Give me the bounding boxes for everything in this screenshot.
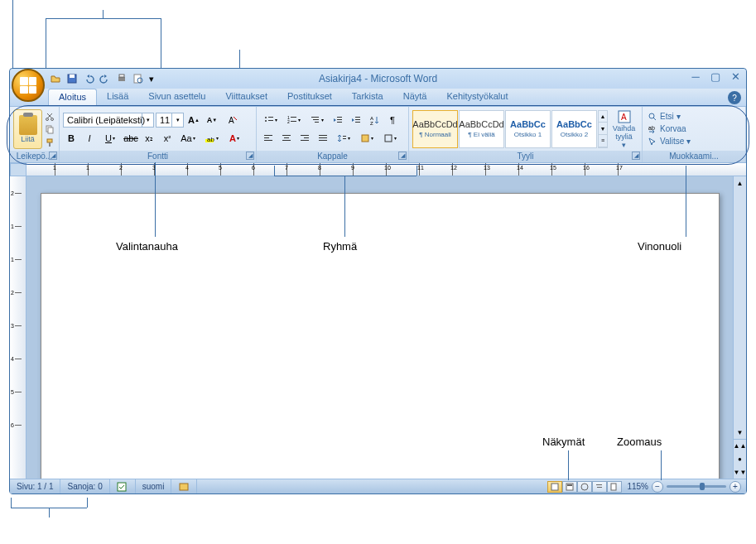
find-button[interactable]: Etsi ▾ [646,111,692,123]
office-logo-icon [20,77,36,94]
strikethrough-button[interactable]: abc [123,130,139,147]
scroll-track[interactable] [734,190,746,426]
font-size-combo[interactable]: 11▾ [156,113,184,128]
svg-rect-61 [597,487,602,488]
change-case-button[interactable]: Aa▾ [177,130,199,147]
ruler-corner[interactable] [10,163,26,176]
style-scroll-down[interactable]: ▼ [599,123,607,135]
tab-review[interactable]: Tarkista [342,89,393,106]
font-color-button[interactable]: A▾ [224,130,245,147]
select-button[interactable]: Valitse ▾ [646,136,692,147]
tab-view[interactable]: Näytä [393,89,437,106]
style-heading2[interactable]: AaBbCcOtsikko 2 [551,110,597,148]
multilevel-button[interactable]: ▾ [306,112,328,128]
svg-rect-22 [291,121,296,122]
view-web-layout[interactable] [577,481,592,493]
shading-button[interactable]: ▾ [356,130,378,147]
view-print-layout[interactable] [547,481,562,493]
subscript-button[interactable]: x₂ [141,130,157,147]
style-scroll-up[interactable]: ▲ [599,111,607,123]
titlebar: ▾ Asiakirja4 - Microsoft Word ─ ▢ ✕ [10,69,746,89]
replace-button[interactable]: abKorvaa [646,123,692,135]
style-no-spacing[interactable]: AaBbCcDd¶ Ei väliä [459,110,504,148]
svg-point-17 [265,120,267,122]
cut-icon[interactable] [44,110,55,122]
status-words[interactable]: Sanoja: 0 [60,479,109,493]
bullets-button[interactable]: ▾ [260,112,282,128]
status-proof[interactable] [110,479,136,493]
justify-button[interactable] [315,130,331,147]
align-left-button[interactable] [260,130,277,147]
scroll-down-button[interactable]: ▼ [734,426,746,439]
decrease-indent-button[interactable] [330,112,346,128]
grow-font-icon[interactable]: A▲ [185,112,202,128]
save-icon[interactable] [65,71,79,86]
svg-rect-9 [48,128,53,133]
clear-formatting-icon[interactable]: A [222,112,243,128]
view-outline[interactable] [592,481,607,493]
underline-button[interactable]: U▾ [99,130,121,147]
shrink-font-icon[interactable]: A▼ [204,112,220,128]
view-full-screen[interactable] [562,481,577,493]
superscript-button[interactable]: x² [159,130,176,147]
office-button[interactable] [12,69,45,102]
qat-dropdown-icon[interactable]: ▾ [147,71,156,86]
font-name-combo[interactable]: Calibri (Leipäteksti)▾ [63,113,154,128]
open-icon[interactable] [48,71,63,86]
change-styles-button[interactable]: A Vaihda tyyliä ▾ [609,109,638,149]
tab-mailings[interactable]: Postitukset [277,89,342,106]
align-right-button[interactable] [296,130,313,147]
view-draft[interactable] [607,481,622,493]
undo-icon[interactable] [81,71,96,86]
tab-developer[interactable]: Kehitystyökalut [436,89,518,106]
clipboard-launcher[interactable]: ◢ [49,152,57,160]
group-styles: AaBbCcDd¶ Normaali AaBbCcDd¶ Ei väliä Aa… [409,107,643,162]
bold-button[interactable]: B [63,130,79,147]
document-scroll[interactable] [26,176,733,479]
tab-home[interactable]: Aloitus [48,89,97,106]
numbering-button[interactable]: 12▾ [283,112,305,128]
prev-page-button[interactable]: ▲▲ [734,440,746,453]
align-center-button[interactable] [278,130,295,147]
horizontal-ruler[interactable]: 11234567891011121314151617 [26,163,746,176]
italic-button[interactable]: I [81,130,98,147]
paragraph-launcher[interactable]: ◢ [398,152,407,160]
print-preview-icon[interactable] [131,71,146,86]
format-painter-icon[interactable] [44,137,55,148]
window-title: Asiakirja4 - Microsoft Word [319,73,437,84]
tab-page-layout[interactable]: Sivun asettelu [138,89,215,106]
increase-indent-button[interactable] [348,112,364,128]
next-page-button[interactable]: ▼▼ [734,465,746,479]
redo-icon[interactable] [98,71,113,86]
zoom-slider[interactable] [667,485,726,488]
close-button[interactable]: ✕ [728,70,743,82]
paste-button[interactable]: Liitä [13,109,42,149]
tab-insert[interactable]: Lisää [97,89,138,106]
sort-button[interactable]: AZ [366,112,383,128]
font-launcher[interactable]: ◢ [246,152,254,160]
highlight-button[interactable]: ab▾ [200,130,222,147]
zoom-in-button[interactable]: + [730,481,741,493]
browse-object-button[interactable]: ● [734,453,746,466]
maximize-button[interactable]: ▢ [708,70,723,82]
style-heading1[interactable]: AaBbCcOtsikko 1 [505,110,551,148]
vertical-ruler[interactable]: 21123456 [10,176,26,479]
style-expand[interactable]: ≡ [599,135,607,147]
styles-launcher[interactable]: ◢ [632,152,640,160]
tab-references[interactable]: Viittaukset [215,89,277,106]
zoom-percent[interactable]: 115% [627,482,648,491]
status-macro[interactable] [171,479,197,493]
print-icon[interactable] [114,71,129,86]
copy-icon[interactable] [44,123,55,135]
status-page[interactable]: Sivu: 1 / 1 [10,479,60,493]
help-button[interactable]: ? [728,91,741,104]
borders-button[interactable]: ▾ [379,130,401,147]
minimize-button[interactable]: ─ [688,70,703,82]
style-normal[interactable]: AaBbCcDd¶ Normaali [412,110,458,148]
quick-access-toolbar: ▾ [48,71,156,86]
status-language[interactable]: suomi [136,479,172,493]
scroll-up-button[interactable]: ▲ [734,176,746,190]
show-marks-button[interactable]: ¶ [384,112,401,128]
line-spacing-button[interactable]: ▾ [333,130,354,147]
zoom-out-button[interactable]: − [652,481,663,493]
